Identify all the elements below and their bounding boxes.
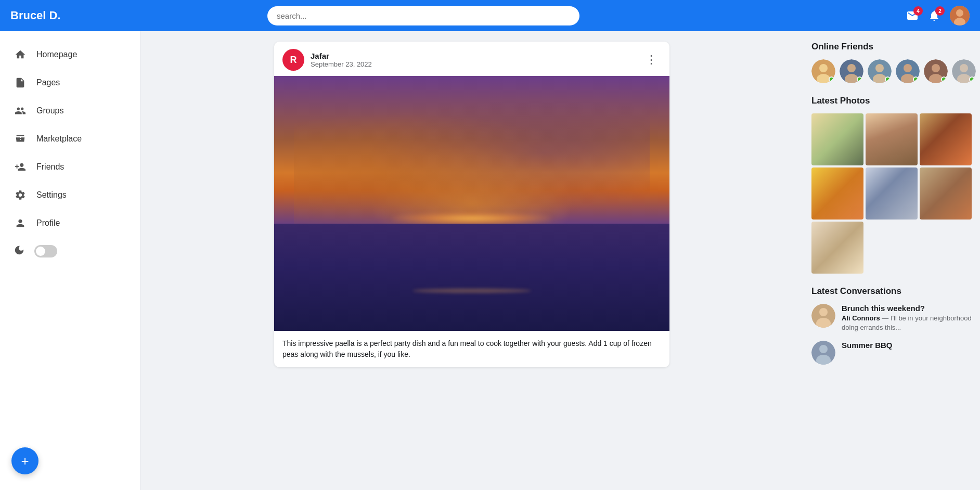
svg-point-25 (819, 345, 828, 353)
photo-6[interactable] (920, 167, 972, 220)
post-header: R Jafar September 23, 2022 ⋮ (274, 42, 669, 76)
darkmode-toggle[interactable] (34, 245, 57, 257)
post-caption: This impressive paella is a perfect part… (274, 331, 669, 367)
sidebar-item-homepage[interactable]: Homepage (5, 42, 135, 68)
main-feed: R Jafar September 23, 2022 ⋮ (140, 31, 803, 490)
sidebar-label-pages: Pages (36, 78, 60, 87)
svg-point-22 (819, 308, 828, 316)
clouds (294, 101, 650, 229)
conv-text-2: Summer BBQ (842, 341, 893, 350)
photos-grid (811, 113, 972, 274)
conv-text-1: Brunch this weekend? Ali Connors — I'll … (842, 304, 972, 332)
post-author: Jafar (311, 51, 641, 60)
brand-name: Brucel D. (10, 9, 104, 22)
darkmode-row (5, 238, 135, 264)
online-dot-4 (913, 76, 919, 82)
conv-sub-1: Ali Connors — I'll be in your neighborho… (842, 314, 972, 332)
people-icon (14, 104, 27, 118)
online-dot-2 (857, 76, 862, 82)
latest-photos-title: Latest Photos (811, 96, 972, 106)
photo-4[interactable] (811, 167, 863, 220)
main-layout: Homepage Pages Groups Marketplace Friend (0, 31, 980, 490)
svg-point-4 (819, 64, 828, 72)
svg-point-1 (956, 9, 963, 17)
online-dot-3 (885, 76, 891, 82)
right-panel: Online Friends (803, 31, 980, 490)
latest-conversations-title: Latest Conversations (811, 286, 972, 296)
sea-reflection (412, 289, 531, 293)
sidebar-item-groups[interactable]: Groups (5, 98, 135, 124)
horizon-glow (393, 213, 551, 224)
file-icon (14, 76, 27, 89)
conv-avatar-1 (811, 304, 835, 328)
sea (274, 224, 669, 331)
bell-button[interactable]: 2 (928, 9, 940, 22)
sidebar-label-marketplace: Marketplace (36, 134, 82, 144)
photo-2[interactable] (866, 113, 918, 165)
conv-avatar-2 (811, 341, 835, 365)
top-navigation: Brucel D. 4 2 (0, 0, 980, 31)
bell-badge: 2 (935, 6, 945, 16)
search-wrap (267, 6, 579, 25)
search-input[interactable] (267, 6, 579, 25)
nav-right: 4 2 (906, 6, 970, 25)
friend-avatar-1[interactable] (811, 59, 835, 83)
svg-point-7 (847, 64, 856, 72)
friend-avatar-5[interactable] (924, 59, 948, 83)
sidebar-item-pages[interactable]: Pages (5, 70, 135, 96)
post-image-bg (274, 76, 669, 331)
post-card: R Jafar September 23, 2022 ⋮ (274, 42, 669, 367)
sidebar-label-friends: Friends (36, 162, 64, 172)
toggle-thumb (36, 247, 45, 256)
photo-7[interactable] (811, 222, 863, 274)
online-dot-5 (941, 76, 947, 82)
store-icon (14, 132, 27, 146)
sidebar-item-settings[interactable]: Settings (5, 182, 135, 208)
post-meta: Jafar September 23, 2022 (311, 51, 641, 68)
online-dot-1 (829, 76, 834, 82)
sidebar-label-profile: Profile (36, 218, 60, 228)
photo-3[interactable] (920, 113, 972, 165)
sidebar-item-marketplace[interactable]: Marketplace (5, 126, 135, 152)
friend-avatar-2[interactable] (840, 59, 863, 83)
sidebar-item-profile[interactable]: Profile (5, 210, 135, 236)
conv-title-1: Brunch this weekend? (842, 304, 972, 313)
gear-icon (14, 188, 27, 202)
mail-badge: 4 (913, 6, 923, 16)
conv-title-2: Summer BBQ (842, 341, 893, 350)
conv-author-1: Ali Connors (842, 314, 880, 322)
online-friends-row: +2 (811, 59, 972, 83)
post-avatar: R (282, 49, 304, 71)
post-more-button[interactable]: ⋮ (641, 51, 661, 69)
online-friends-title: Online Friends (811, 42, 972, 52)
friend-avatar-4[interactable] (896, 59, 920, 83)
post-date: September 23, 2022 (311, 60, 641, 68)
sidebar: Homepage Pages Groups Marketplace Friend (0, 31, 140, 490)
moon-icon (14, 244, 25, 258)
online-dot-6 (969, 76, 975, 82)
person-icon (14, 216, 27, 230)
user-avatar[interactable] (950, 6, 970, 25)
photo-1[interactable] (811, 113, 863, 165)
sidebar-label-groups: Groups (36, 106, 63, 115)
svg-point-13 (904, 64, 912, 72)
mail-button[interactable]: 4 (906, 9, 919, 22)
svg-point-19 (960, 64, 968, 72)
svg-point-16 (932, 64, 940, 72)
photo-5[interactable] (866, 167, 918, 220)
sidebar-label-homepage: Homepage (36, 50, 77, 59)
conversation-item-1[interactable]: Brunch this weekend? Ali Connors — I'll … (811, 304, 972, 332)
sidebar-item-friends[interactable]: Friends (5, 154, 135, 180)
friend-avatar-3[interactable] (868, 59, 892, 83)
friend-avatar-6[interactable] (952, 59, 976, 83)
conversation-item-2[interactable]: Summer BBQ (811, 341, 972, 365)
person-add-icon (14, 160, 27, 174)
home-icon (14, 48, 27, 61)
svg-point-10 (875, 64, 884, 72)
fab-button[interactable]: + (11, 447, 38, 474)
post-image (274, 76, 669, 331)
sidebar-label-settings: Settings (36, 190, 67, 200)
